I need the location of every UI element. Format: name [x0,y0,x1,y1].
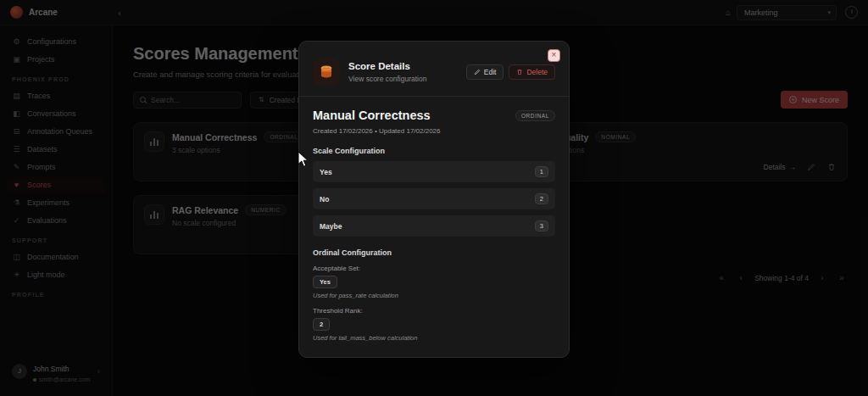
scale-rank-badge: 1 [535,166,548,177]
modal-title: Score Details [348,61,426,71]
scale-row: Maybe 3 [313,215,555,237]
mouse-cursor [297,151,309,171]
score-database-icon [313,59,340,86]
ordinal-configuration-label: Ordinal Configuration [313,248,555,257]
threshold-rank-note: Used for tail_mass_below calculation [313,334,555,342]
score-name: Manual Correctness [313,109,431,122]
edit-button[interactable]: Edit [466,64,504,80]
scale-rank-badge: 2 [535,193,548,204]
scale-row: No 2 [313,188,555,209]
modal-actions: Edit Delete [466,64,555,80]
score-type-badge: ORDINAL [515,110,555,121]
acceptable-set-label: Acceptable Set: [313,265,555,272]
scale-row: Yes 1 [313,161,555,182]
scale-option-label: Yes [320,168,332,176]
close-icon[interactable]: × [548,49,560,62]
scale-configuration-label: Scale Configuration [313,147,555,155]
modal-header: Score Details View score configuration E… [299,42,569,96]
scale-option-label: No [320,195,329,204]
scale-option-label: Maybe [320,222,342,231]
threshold-rank-chip: 2 [313,318,330,331]
acceptable-set-note: Used for pass_rate calculation [313,292,555,299]
scale-rank-badge: 3 [535,220,548,231]
delete-button[interactable]: Delete [509,64,555,80]
acceptable-set-chip: Yes [313,276,337,288]
score-meta: Created 17/02/2026 • Updated 17/02/2026 [313,127,555,135]
modal-body: Manual Correctness ORDINAL Created 17/02… [299,97,569,357]
modal-subtitle: View score configuration [348,75,426,83]
score-details-modal: × Score Details View score configuration… [298,41,570,358]
threshold-rank-label: Threshold Rank: [313,307,555,315]
